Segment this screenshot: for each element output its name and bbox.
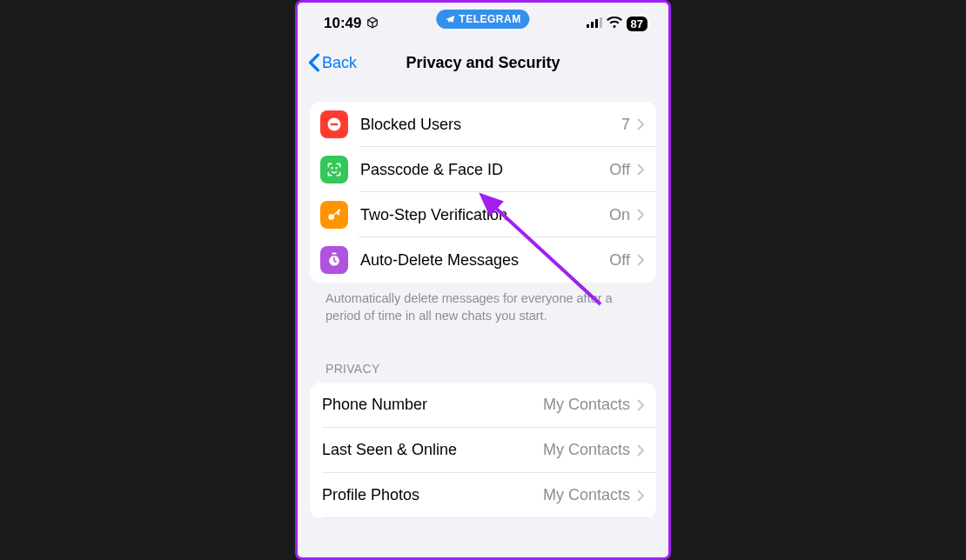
chevron-right-icon: [637, 399, 644, 411]
status-time: 10:49: [324, 15, 361, 32]
auto-delete-label: Auto-Delete Messages: [360, 251, 609, 270]
security-section: Blocked Users 7 Passcode & Face ID Off T…: [310, 102, 656, 283]
svg-rect-5: [331, 123, 338, 126]
passcode-label: Passcode & Face ID: [360, 161, 609, 179]
auto-delete-row[interactable]: Auto-Delete Messages Off: [310, 237, 656, 283]
status-time-box: 10:49: [324, 15, 379, 32]
passcode-face-id-row[interactable]: Passcode & Face ID Off: [310, 147, 656, 192]
signal-icon: [587, 16, 602, 31]
battery-percent: 87: [631, 17, 643, 30]
profile-photos-label: Profile Photos: [322, 486, 543, 504]
chevron-right-icon: [637, 444, 644, 457]
blocked-users-value: 7: [621, 116, 630, 134]
chevron-right-icon: [637, 209, 644, 221]
privacy-header: PRIVACY: [310, 325, 656, 383]
two-step-label: Two-Step Verification: [360, 206, 609, 224]
telegram-badge: TELEGRAM: [436, 10, 529, 29]
svg-rect-1: [591, 22, 594, 28]
svg-rect-2: [595, 19, 598, 28]
auto-delete-footer: Automatically delete messages for everyo…: [310, 283, 656, 325]
svg-rect-0: [587, 24, 589, 28]
chevron-right-icon: [637, 118, 644, 130]
passcode-value: Off: [609, 161, 630, 179]
timer-icon: [320, 246, 348, 274]
svg-point-6: [332, 168, 332, 169]
wifi-icon: [607, 16, 622, 31]
phone-screen: 10:49 TELEGRAM 87 Back Privacy and: [295, 0, 671, 560]
svg-rect-3: [600, 17, 602, 28]
chevron-right-icon: [637, 163, 644, 176]
chevron-right-icon: [637, 490, 644, 502]
status-right: 87: [587, 16, 647, 31]
chevron-right-icon: [637, 254, 644, 266]
blocked-users-row[interactable]: Blocked Users 7: [310, 102, 656, 147]
cube-icon: [366, 17, 379, 31]
auto-delete-value: Off: [609, 251, 630, 270]
blocked-icon: [320, 110, 348, 138]
last-seen-label: Last Seen & Online: [322, 441, 543, 459]
face-id-icon: [320, 156, 348, 183]
phone-number-value: My Contacts: [543, 396, 630, 414]
key-icon: [320, 201, 348, 229]
two-step-value: On: [609, 206, 630, 224]
chevron-left-icon: [308, 53, 320, 72]
content-area: Blocked Users 7 Passcode & Face ID Off T…: [298, 86, 668, 518]
page-title: Privacy and Security: [406, 54, 560, 72]
last-seen-value: My Contacts: [543, 441, 630, 459]
back-button[interactable]: Back: [308, 53, 357, 72]
privacy-section: Phone Number My Contacts Last Seen & Onl…: [310, 383, 656, 518]
status-bar: 10:49 TELEGRAM 87: [298, 3, 668, 41]
nav-header: Back Privacy and Security: [298, 41, 668, 86]
telegram-badge-label: TELEGRAM: [459, 13, 520, 25]
profile-photos-value: My Contacts: [543, 486, 630, 504]
telegram-icon: [445, 14, 455, 24]
svg-point-7: [336, 168, 337, 169]
blocked-users-label: Blocked Users: [360, 116, 621, 134]
profile-photos-row[interactable]: Profile Photos My Contacts: [310, 473, 656, 518]
back-label: Back: [322, 54, 357, 72]
two-step-row[interactable]: Two-Step Verification On: [310, 192, 656, 237]
battery-badge: 87: [627, 17, 647, 31]
last-seen-row[interactable]: Last Seen & Online My Contacts: [310, 428, 656, 473]
phone-number-label: Phone Number: [322, 396, 543, 414]
phone-number-row[interactable]: Phone Number My Contacts: [310, 383, 656, 428]
